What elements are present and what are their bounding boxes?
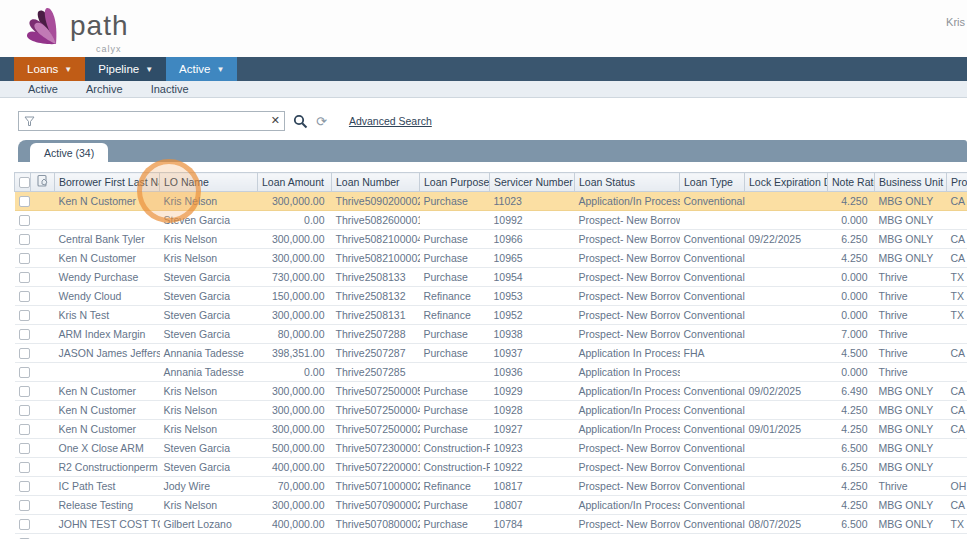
table-row[interactable]: Steven Garcia0.00Thrive508260000110992Pr… — [15, 211, 967, 230]
cell-purpose: Refinance — [420, 287, 490, 306]
cell-rate: 4.250 — [828, 496, 875, 515]
table-row[interactable]: R2 ConstructionpermSteven Garcia400,000.… — [15, 458, 967, 477]
brand-name: path — [70, 12, 129, 40]
row-checkbox[interactable] — [19, 462, 30, 473]
table-row[interactable]: Ken N CustomerKris Nelson300,000.00Thriv… — [15, 249, 967, 268]
table-row[interactable]: Ken N CustomerKris Nelson300,000.00Thriv… — [15, 382, 967, 401]
refresh-icon[interactable]: ⟳ — [316, 115, 327, 128]
cell-purpose: Purchase — [420, 268, 490, 287]
col-header-property-truncated[interactable]: Pro — [947, 173, 967, 192]
select-all-checkbox[interactable] — [19, 177, 30, 188]
cell-unit: Thrive — [875, 363, 947, 382]
col-header-loan-number[interactable]: Loan Number — [332, 173, 420, 192]
col-header-note-rate[interactable]: Note Rate — [828, 173, 875, 192]
table-row[interactable]: Ken N CustomerKris Nelson300,000.00Thriv… — [15, 401, 967, 420]
row-icon-cell — [31, 287, 55, 306]
cell-rate: 4.250 — [828, 249, 875, 268]
row-checkbox[interactable] — [19, 272, 30, 283]
cell-rate: 4.250 — [828, 192, 875, 211]
col-header-lock-expiration[interactable]: Lock Expiration Date — [745, 173, 828, 192]
table-row[interactable]: Release TestingKris Nelson300,000.00Thri… — [15, 496, 967, 515]
cell-lo_name: Steven Garcia — [160, 287, 258, 306]
table-row[interactable] — [15, 534, 967, 539]
nav-loans-menu[interactable]: Loans ▼ — [14, 57, 85, 81]
row-checkbox[interactable] — [19, 443, 30, 454]
path-calyx-logo: path calyx — [22, 4, 129, 52]
logged-in-user[interactable]: Kris — [946, 16, 965, 28]
row-checkbox[interactable] — [19, 196, 30, 207]
cell-borrower: Wendy Cloud — [55, 287, 160, 306]
table-row[interactable]: JASON James JeffersonAnnania Tadesse398,… — [15, 344, 967, 363]
subnav-item-active[interactable]: Active — [28, 83, 58, 95]
table-row[interactable]: IC Path TestJody Wire70,000.00Thrive5071… — [15, 477, 967, 496]
row-checkbox[interactable] — [19, 234, 30, 245]
col-header-servicer-number[interactable]: Servicer Number — [490, 173, 575, 192]
cell-loan_number: Thrive2507285 — [332, 363, 420, 382]
table-row[interactable]: Ken N CustomerKris Nelson300,000.00Thriv… — [15, 420, 967, 439]
advanced-search-link[interactable]: Advanced Search — [349, 115, 432, 127]
col-header-loan-status[interactable]: Loan Status — [575, 173, 680, 192]
cell-servicer: 10922 — [490, 458, 575, 477]
table-row[interactable]: Central Bank TylerKris Nelson300,000.00T… — [15, 230, 967, 249]
table-row[interactable]: JOHN TEST COST TO CU...Gilbert Lozano400… — [15, 515, 967, 534]
cell-state: CA — [947, 496, 967, 515]
row-checkbox[interactable] — [19, 253, 30, 264]
nav-active-menu[interactable]: Active ▼ — [166, 57, 237, 81]
cell-lock_exp — [745, 306, 828, 325]
row-checkbox[interactable] — [19, 215, 30, 226]
cell-borrower: Kris N Test — [55, 306, 160, 325]
cell-loan_number: Thrive2507287 — [332, 344, 420, 363]
row-checkbox[interactable] — [19, 291, 30, 302]
row-checkbox[interactable] — [19, 481, 30, 492]
cell-unit: MBG ONLY — [875, 249, 947, 268]
col-header-loan-purpose[interactable]: Loan Purpose — [420, 173, 490, 192]
cell-loan_number: Thrive5082100002 — [332, 249, 420, 268]
table-row[interactable]: Kris N TestSteven Garcia300,000.00Thrive… — [15, 306, 967, 325]
row-icon-cell — [31, 401, 55, 420]
row-checkbox[interactable] — [19, 348, 30, 359]
subnav-item-inactive[interactable]: Inactive — [151, 83, 189, 95]
col-header-lo-name[interactable]: LO Name — [160, 173, 258, 192]
row-checkbox[interactable] — [19, 424, 30, 435]
row-icon-cell — [31, 439, 55, 458]
row-checkbox[interactable] — [19, 519, 30, 530]
table-row[interactable]: Wendy PurchaseSteven Garcia730,000.00Thr… — [15, 268, 967, 287]
table-row[interactable]: Annania Tadesse0.00Thrive250728510936App… — [15, 363, 967, 382]
table-row[interactable]: Ken N CustomerKris Nelson300,000.00Thriv… — [15, 192, 967, 211]
table-row[interactable]: One X Close ARMSteven Garcia500,000.00Th… — [15, 439, 967, 458]
cell-state — [947, 458, 967, 477]
cell-unit: Thrive — [875, 325, 947, 344]
table-row[interactable]: Wendy CloudSteven Garcia150,000.00Thrive… — [15, 287, 967, 306]
search-icon[interactable] — [293, 114, 308, 129]
cell-amount: 398,351.00 — [258, 344, 332, 363]
col-header-borrower[interactable]: Borrower First Last Name — [55, 173, 160, 192]
tab-active-loans[interactable]: Active (34) — [30, 143, 108, 162]
cell-status: Prospect- New Borrower — [575, 249, 680, 268]
row-checkbox[interactable] — [19, 386, 30, 397]
row-checkbox[interactable] — [19, 367, 30, 378]
row-checkbox[interactable] — [19, 329, 30, 340]
cell-lo_name: Steven Garcia — [160, 268, 258, 287]
cell-unit: Thrive — [875, 287, 947, 306]
cell-borrower: JOHN TEST COST TO CU... — [55, 515, 160, 534]
nav-pipeline-menu[interactable]: Pipeline ▼ — [85, 57, 166, 81]
row-checkbox[interactable] — [19, 405, 30, 416]
row-checkbox[interactable] — [19, 500, 30, 511]
cell-state: TX — [947, 287, 967, 306]
row-checkbox[interactable] — [19, 310, 30, 321]
cell-lock_exp — [745, 249, 828, 268]
cell-rate: 6.490 — [828, 382, 875, 401]
cell-unit: MBG ONLY — [875, 439, 947, 458]
copy-document-icon[interactable] — [36, 174, 50, 188]
cell-lock_exp: 09/02/2025 — [745, 382, 828, 401]
col-header-loan-amount[interactable]: Loan Amount — [258, 173, 332, 192]
cell-lock_exp — [745, 401, 828, 420]
cell-state — [947, 534, 967, 539]
table-row[interactable]: ARM Index MarginSteven Garcia80,000.00Th… — [15, 325, 967, 344]
cell-loan_number: Thrive5090200002 — [332, 192, 420, 211]
subnav-item-archive[interactable]: Archive — [86, 83, 123, 95]
col-header-loan-type[interactable]: Loan Type — [680, 173, 745, 192]
col-header-business-unit[interactable]: Business Unit — [875, 173, 947, 192]
clear-search-icon[interactable]: ✕ — [271, 114, 280, 127]
search-input[interactable] — [19, 112, 284, 130]
